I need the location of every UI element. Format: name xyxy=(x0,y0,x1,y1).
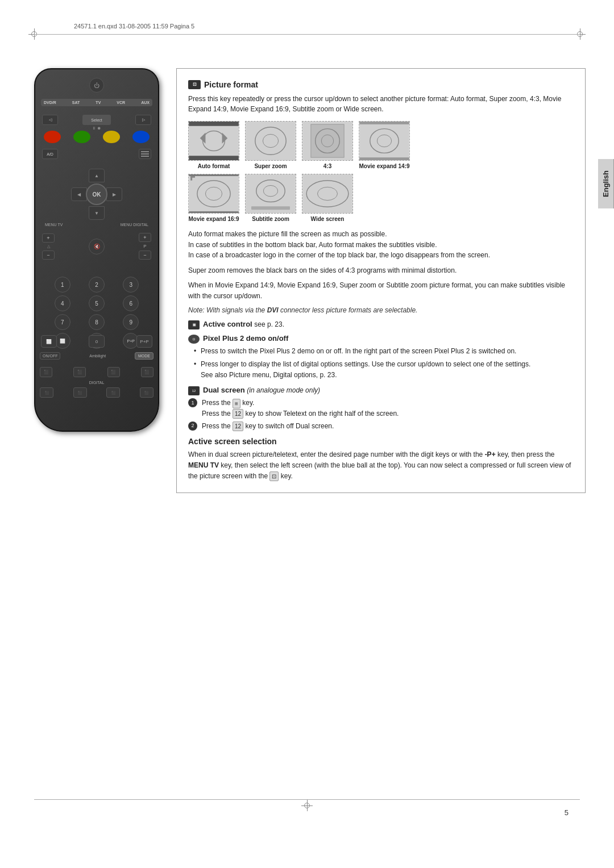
source-sat[interactable]: SAT xyxy=(72,101,80,105)
digital-btn-3[interactable]: ⬛ xyxy=(106,387,120,398)
num-8[interactable]: 8 xyxy=(89,314,105,330)
power-button[interactable]: ⏻ xyxy=(89,78,104,93)
digital-btn-1[interactable]: ⬛ xyxy=(40,387,53,398)
source-tv[interactable]: TV xyxy=(96,101,101,105)
special-btn-2[interactable]: 0 xyxy=(89,335,105,348)
format-subtitlezoom: Subtitle zoom xyxy=(245,174,296,222)
picture-format-icon: ⊡ xyxy=(188,80,201,89)
dpad-down[interactable]: ▼ xyxy=(89,206,105,220)
crosshair-bottom-center xyxy=(301,800,313,811)
format-auto: Auto format xyxy=(188,121,239,169)
pixel-plus-bullet-1: Press to switch the Pixel Plus 2 demo on… xyxy=(194,346,574,357)
mode-button[interactable]: MODE xyxy=(135,352,154,360)
svg-rect-13 xyxy=(311,124,344,157)
ad-button[interactable]: A/D xyxy=(42,149,58,159)
active-screen-para: When in dual screen picture/teletext, en… xyxy=(188,449,574,481)
num-6[interactable]: 6 xyxy=(123,295,139,311)
num-5[interactable]: 5 xyxy=(89,295,105,311)
dual-screen-title: Dual screen (in analogue mode only) xyxy=(203,386,320,394)
header-text: 24571.1 en.qxd 31-08-2005 11:59 Pagina 5 xyxy=(74,23,194,30)
icon-btn-3[interactable]: ⬛ xyxy=(107,367,120,377)
dvi-note: Note: With signals via the DVI connector… xyxy=(188,306,574,314)
svg-rect-31 xyxy=(251,206,290,210)
body-para-1: Auto format makes the picture fill the s… xyxy=(188,229,574,261)
dpad-left[interactable]: ◀ xyxy=(71,187,87,201)
dual-screen-step1: 1 Press the ≡ key. Press the 12 key to s… xyxy=(188,398,574,419)
num-3[interactable]: 3 xyxy=(123,277,139,293)
format-movie169-thumb xyxy=(188,174,239,214)
pixel-plus-section: Ω Pixel Plus 2 demo on/off xyxy=(188,334,574,344)
digital-btn-2[interactable]: ⬛ xyxy=(73,387,87,398)
pixel-plus-bullet-2: Press longer to display the list of digi… xyxy=(194,359,574,380)
remote-body: ⏻ DVD/R SAT TV VCR AUX ◁ Select ▷ ⏸ ⏺ A/… xyxy=(34,68,159,432)
svg-rect-18 xyxy=(359,157,409,160)
active-screen-title: Active screen selection xyxy=(188,437,574,446)
num-7[interactable]: 7 xyxy=(55,314,70,330)
body-para-2: Super zoom removes the black bars on the… xyxy=(188,265,574,276)
teletext-key-2: 12 xyxy=(233,422,243,431)
special-btn-1[interactable]: ⬜ xyxy=(41,335,57,348)
nav-right-btn[interactable]: ▷ xyxy=(135,115,151,125)
ambilight-label: Ambilight xyxy=(89,354,106,358)
source-vcr[interactable]: VCR xyxy=(117,101,125,105)
step2-circle: 2 xyxy=(188,422,197,431)
nav-left-btn[interactable]: ◁ xyxy=(42,115,58,125)
dual-screen-icon: 12 xyxy=(188,386,200,395)
format-movie169-label: Movie expand 16:9 xyxy=(189,216,239,222)
format-subtitlezoom-thumb xyxy=(245,174,296,214)
icon-btn-1[interactable]: ⬛ xyxy=(40,367,52,377)
page-number: 5 xyxy=(565,808,569,817)
icon-btn-4[interactable]: ⬛ xyxy=(141,367,154,377)
volume-down[interactable]: − xyxy=(42,251,55,260)
svg-rect-17 xyxy=(359,122,409,124)
dual-screen-step2: 2 Press the 12 key to switch off Dual sc… xyxy=(188,421,574,431)
active-control-icon: 🔲 xyxy=(188,320,200,329)
svg-rect-3 xyxy=(189,122,238,160)
format-widescreen: Wide screen xyxy=(302,174,353,222)
menu-key: ≡ xyxy=(233,399,240,408)
svg-rect-4 xyxy=(189,122,238,126)
num-2[interactable]: 2 xyxy=(89,277,105,293)
remote-control: ⏻ DVD/R SAT TV VCR AUX ◁ Select ▷ ⏸ ⏺ A/… xyxy=(34,68,165,437)
channel-down[interactable]: − xyxy=(139,251,151,260)
num-9[interactable]: 9 xyxy=(123,314,139,330)
onoff-button[interactable]: ON/OFF xyxy=(40,352,60,360)
num-4[interactable]: 4 xyxy=(55,295,70,311)
ok-button[interactable]: OK xyxy=(86,183,107,205)
svg-rect-16 xyxy=(359,122,409,160)
yellow-button[interactable] xyxy=(103,131,120,143)
menu-digital-label: MENU DIGITAL xyxy=(121,223,148,227)
blue-button[interactable] xyxy=(132,131,150,143)
header-line xyxy=(34,34,580,35)
source-dvdr[interactable]: DVD/R xyxy=(44,101,56,105)
mute-button[interactable]: 🔇 xyxy=(89,239,105,254)
pixel-plus-icon: Ω xyxy=(188,335,200,344)
digital-btn-4[interactable]: ⬛ xyxy=(140,387,154,398)
dpad-up[interactable]: ▲ xyxy=(89,169,105,182)
green-button[interactable] xyxy=(73,131,90,143)
channel-up[interactable]: + xyxy=(139,233,151,242)
num-1[interactable]: 1 xyxy=(55,277,70,293)
menu-icon-left xyxy=(139,149,151,159)
icon-btn-2[interactable]: ⬛ xyxy=(73,367,86,377)
source-aux[interactable]: AUX xyxy=(141,101,150,105)
content-box: ⊡ Picture format Press this key repeated… xyxy=(176,68,586,493)
format-auto-thumb xyxy=(188,121,239,161)
step1-text: Press the ≡ key. Press the 12 key to sho… xyxy=(202,398,399,419)
format-superzoom: Super zoom xyxy=(245,121,296,169)
format-43: 4:3 xyxy=(302,121,353,169)
dpad-right[interactable]: ▶ xyxy=(106,187,122,201)
volume-up[interactable]: + xyxy=(42,233,55,243)
svg-rect-5 xyxy=(189,156,238,160)
special-btn-3[interactable]: P+P xyxy=(136,335,152,348)
teletext-key-1: 12 xyxy=(233,409,243,419)
format-widescreen-label: Wide screen xyxy=(311,216,345,222)
picture-format-intro: Press this key repeatedly or press the c… xyxy=(188,94,574,114)
format-movie149: Movie expand 14:9 xyxy=(359,121,410,169)
menu-tv-label: MENU TV xyxy=(45,223,63,227)
format-43-label: 4:3 xyxy=(323,163,331,169)
select-button[interactable]: Select xyxy=(82,115,111,125)
red-button[interactable] xyxy=(44,131,61,143)
formats-row-2: Movie expand 16:9 Subtitle zoom xyxy=(188,174,574,222)
active-control-title: Active control see p. 23. xyxy=(203,320,284,328)
